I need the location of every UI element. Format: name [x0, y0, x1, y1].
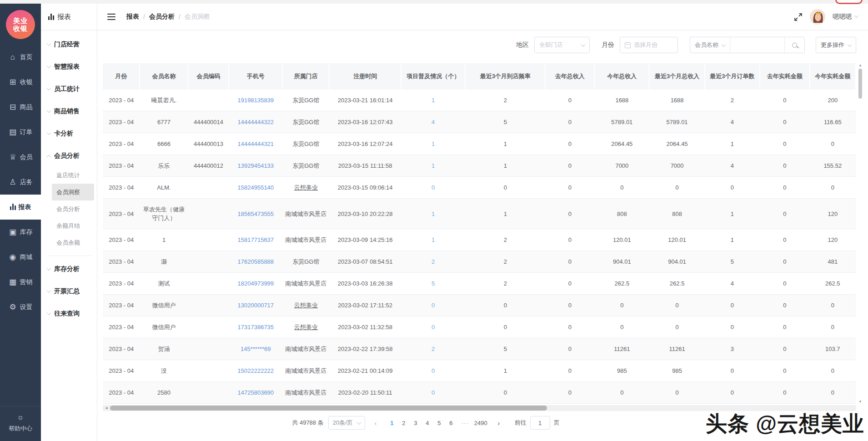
- next-page-button[interactable]: ›: [493, 419, 505, 427]
- subnav-item-余额月结[interactable]: 余额月结: [41, 217, 97, 234]
- project-coverage-link[interactable]: 5: [401, 273, 465, 295]
- column-header[interactable]: 月份: [103, 63, 140, 90]
- subnav-group-智慧报表[interactable]: 智慧报表: [41, 55, 97, 78]
- project-coverage-link[interactable]: 1: [401, 155, 465, 177]
- phone-link[interactable]: 14444444322: [229, 111, 282, 133]
- phone-link[interactable]: 18565473555: [229, 199, 282, 229]
- phone-link[interactable]: 15817715637: [229, 229, 282, 251]
- sidebar-item-help-center[interactable]: ☼ 帮助中心: [0, 406, 41, 441]
- project-coverage-link[interactable]: 0: [401, 360, 465, 382]
- page-button-last[interactable]: 2490: [473, 418, 488, 428]
- search-button[interactable]: [784, 37, 804, 53]
- prev-page-button[interactable]: ‹: [370, 419, 381, 427]
- sidebar-item-商品[interactable]: ⊟商品: [0, 95, 41, 120]
- app-logo[interactable]: 美业 收银: [6, 10, 35, 39]
- subnav-group-库存分析[interactable]: 库存分析: [41, 258, 97, 280]
- sidebar-item-设置[interactable]: ⚙设置: [0, 295, 41, 320]
- phone-link[interactable]: 19198135839: [229, 90, 282, 111]
- user-menu[interactable]: 嗯嗯嗯: [833, 13, 858, 21]
- sidebar-item-首页[interactable]: ⌂首页: [0, 45, 41, 70]
- phone-link[interactable]: 17620585888: [229, 251, 282, 273]
- column-header[interactable]: 项目普及情况（个）: [401, 63, 465, 90]
- subnav-item-会员余额[interactable]: 会员余额: [41, 234, 97, 251]
- column-header[interactable]: 会员编码: [188, 63, 229, 90]
- toutiao-watermark: 头条 @云想美业: [706, 410, 864, 438]
- column-header[interactable]: 今年总收入: [594, 63, 649, 90]
- goto-page-input[interactable]: [530, 416, 550, 430]
- column-header[interactable]: 去年实耗金额: [760, 63, 810, 90]
- vertical-scrollbar[interactable]: ▲ ▼: [858, 63, 863, 404]
- subnav-group-卡分析[interactable]: 卡分析: [41, 122, 97, 145]
- subnav-item-返店统计[interactable]: 返店统计: [41, 167, 97, 184]
- column-header[interactable]: 手机号: [229, 63, 282, 90]
- subnav-group-会员分析[interactable]: 会员分析: [41, 145, 97, 167]
- scroll-down-arrow-icon[interactable]: ▼: [858, 400, 863, 404]
- subnav-group-开票汇总[interactable]: 开票汇总: [41, 280, 97, 302]
- phone-link[interactable]: 13929454133: [229, 155, 282, 177]
- column-header[interactable]: 今年实耗金额: [810, 63, 856, 90]
- collapse-menu-icon[interactable]: [107, 14, 115, 20]
- phone-link[interactable]: 15022222222: [229, 360, 282, 382]
- column-header[interactable]: 去年总收入: [545, 63, 594, 90]
- sidebar-item-报表[interactable]: 报表: [0, 195, 41, 220]
- project-coverage-link[interactable]: 1: [401, 90, 465, 111]
- subnav-item-会员分析[interactable]: 会员分析: [41, 200, 97, 217]
- project-coverage-link[interactable]: 2: [401, 338, 465, 360]
- user-avatar[interactable]: [810, 9, 825, 25]
- project-coverage-link[interactable]: 0: [401, 177, 465, 199]
- sidebar-item-会员[interactable]: ♕会员: [0, 145, 41, 170]
- project-coverage-link[interactable]: 4: [401, 111, 465, 133]
- phone-link[interactable]: 17317386735: [229, 316, 282, 338]
- project-coverage-link[interactable]: 1: [401, 229, 465, 251]
- column-header[interactable]: 所属门店: [282, 63, 329, 90]
- month-picker[interactable]: 选择月份: [620, 37, 678, 53]
- project-coverage-link[interactable]: 1: [401, 133, 465, 155]
- column-header[interactable]: 最近3个月总收入: [649, 63, 704, 90]
- page-button-6[interactable]: 6: [445, 418, 457, 428]
- more-actions-button[interactable]: 更多操作: [816, 37, 856, 53]
- project-coverage-link[interactable]: 1: [401, 199, 465, 229]
- sidebar-item-订单[interactable]: ▤订单: [0, 120, 41, 145]
- sidebar-item-商城[interactable]: ◉商城: [0, 245, 41, 270]
- phone-link[interactable]: 18204973999: [229, 273, 282, 295]
- phone-link[interactable]: 13020000717: [229, 295, 282, 316]
- scroll-left-arrow-icon[interactable]: ◄: [104, 405, 109, 411]
- subnav-group-商品销售[interactable]: 商品销售: [41, 100, 97, 122]
- vertical-scrollbar-thumb[interactable]: [858, 69, 862, 99]
- phone-link[interactable]: 15824955140: [229, 177, 282, 199]
- column-header[interactable]: 会员名称: [140, 63, 188, 90]
- page-button-2[interactable]: 2: [398, 418, 410, 428]
- phone-link[interactable]: 145******69: [229, 338, 282, 360]
- page-button-1[interactable]: 1: [386, 418, 398, 428]
- breadcrumb-member-analysis[interactable]: 会员分析: [149, 13, 175, 21]
- fullscreen-icon[interactable]: [794, 13, 803, 21]
- region-select[interactable]: 全部门店: [534, 37, 590, 53]
- phone-link[interactable]: 14444444321: [229, 133, 282, 155]
- page-button-4[interactable]: 4: [421, 418, 433, 428]
- page-button-5[interactable]: 5: [433, 418, 445, 428]
- phone-link[interactable]: 14725803690: [229, 382, 282, 404]
- page-size-select[interactable]: 20条/页: [328, 416, 365, 430]
- breadcrumb-report[interactable]: 报表: [126, 13, 139, 21]
- member-search-input[interactable]: [730, 37, 784, 53]
- member-field-select[interactable]: 会员名称: [690, 37, 730, 53]
- sidebar-item-营销[interactable]: ▦营销: [0, 270, 41, 295]
- column-header[interactable]: 最近3个月订单数: [705, 63, 760, 90]
- project-coverage-link[interactable]: 2: [401, 251, 465, 273]
- project-coverage-link[interactable]: 0: [401, 382, 465, 404]
- subnav-group-门店经营[interactable]: 门店经营: [41, 33, 97, 55]
- project-coverage-link[interactable]: 0: [401, 295, 465, 316]
- page-ellipsis[interactable]: ···: [462, 420, 469, 426]
- column-header[interactable]: 最近3个月到店频率: [465, 63, 545, 90]
- subnav-group-员工统计[interactable]: 员工统计: [41, 78, 97, 100]
- horizontal-scrollbar-thumb[interactable]: [110, 406, 547, 411]
- subnav-group-往来查询[interactable]: 往来查询: [41, 302, 97, 325]
- subnav-item-会员洞察[interactable]: 会员洞察: [52, 184, 94, 200]
- column-header[interactable]: 注册时间: [329, 63, 401, 90]
- scroll-up-arrow-icon[interactable]: ▲: [858, 63, 863, 67]
- sidebar-item-收银[interactable]: ⊞收银: [0, 70, 41, 95]
- sidebar-item-店务[interactable]: ♙店务: [0, 170, 41, 195]
- project-coverage-link[interactable]: 0: [401, 316, 465, 338]
- page-button-3[interactable]: 3: [410, 418, 421, 428]
- sidebar-item-库存[interactable]: ▣库存: [0, 220, 41, 245]
